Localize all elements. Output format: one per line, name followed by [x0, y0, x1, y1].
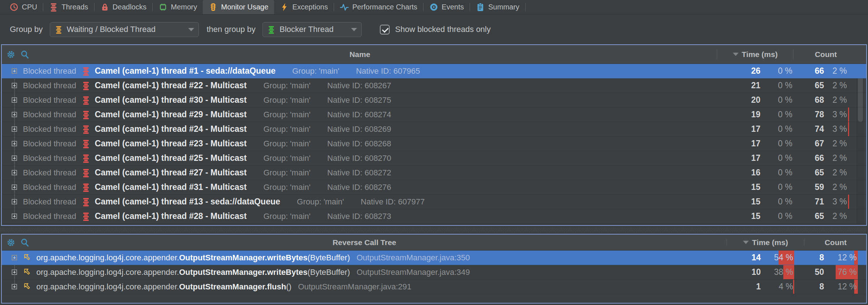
expand-plus-icon[interactable] [12, 199, 17, 204]
count-value: 8 [791, 251, 824, 265]
expand-plus-icon[interactable] [12, 284, 17, 289]
tab-label: Threads [61, 3, 88, 11]
call-tree-header: Reverse Call Tree Time (ms) Count [2, 235, 866, 251]
expand-plus-icon[interactable] [12, 255, 17, 260]
count-percent-bar [848, 107, 849, 122]
expand-plus-icon[interactable] [12, 126, 17, 132]
threads-icon [49, 3, 58, 12]
table-row[interactable]: Blocked thread Camel (camel-1) thread #2… [2, 137, 866, 151]
table-row[interactable]: Blocked thread Camel (camel-1) thread #2… [2, 122, 866, 137]
expand-plus-icon[interactable] [12, 155, 17, 161]
tab-exceptions[interactable]: Exceptions [274, 0, 334, 14]
expand-plus-icon[interactable] [12, 97, 17, 103]
thread-native-id: Native ID: 608272 [327, 168, 391, 178]
tab-monitor-usage[interactable]: Monitor Usage [203, 0, 274, 14]
time-percent: 54 % [760, 251, 793, 265]
thread-name: Camel (camel-1) thread #22 - Multicast [95, 81, 247, 90]
blocked-thread-prefix: Blocked thread [23, 168, 76, 178]
expand-plus-icon[interactable] [12, 184, 17, 190]
source-location: OutputStreamManager.java:349 [357, 268, 470, 277]
blocked-thread-icon [81, 154, 91, 163]
thread-name: Camel (camel-1) thread #29 - Multicast [95, 110, 247, 119]
tab-events[interactable]: Events [423, 0, 470, 14]
table-row[interactable]: Blocked thread Camel (camel-1) thread #3… [2, 180, 866, 195]
table-row[interactable]: Blocked thread Camel (camel-1) thread #2… [2, 107, 866, 122]
then-group-by-dropdown[interactable]: Blocker Thread [262, 22, 362, 37]
blocked-thread-prefix: Blocked thread [23, 197, 76, 207]
call-tree-row[interactable]: org.apache.logging.log4j.core.appender.O… [2, 265, 866, 280]
count-percent: 2 % [813, 64, 847, 78]
expand-plus-icon[interactable] [12, 141, 17, 146]
blocked-thread-icon [81, 95, 91, 105]
thread-name: Camel (camel-1) thread #28 - Multicast [95, 211, 247, 221]
thread-native-id: Native ID: 608276 [327, 183, 391, 192]
count-column-header[interactable]: Count [793, 45, 858, 64]
time-value: 19 [727, 107, 760, 122]
thread-name: Camel (camel-1) thread #23 - Multicast [95, 139, 247, 149]
time-percent: 0 % [759, 151, 792, 165]
thread-native-id: Native ID: 608268 [327, 139, 391, 149]
tab-threads[interactable]: Threads [43, 0, 94, 14]
tab-deadlocks[interactable]: Deadlocks [95, 0, 152, 14]
threads-panel: Name Time (ms) Count Blocked thread Came… [1, 44, 867, 226]
time-column-header[interactable]: Time (ms) [717, 45, 793, 64]
name-column-header[interactable]: Name [2, 50, 718, 59]
tab-cpu[interactable]: CPU [4, 0, 43, 14]
table-row[interactable]: Blocked thread Camel (camel-1) thread #3… [2, 93, 866, 107]
splitter-handle[interactable] [0, 226, 868, 234]
splitter-hatch [0, 228, 868, 232]
time-percent: 4 % [760, 280, 793, 294]
table-row[interactable]: Blocked thread Camel (camel-1) thread #2… [2, 151, 866, 166]
expand-plus-icon[interactable] [12, 269, 17, 275]
tab-label: CPU [22, 3, 37, 11]
table-row[interactable]: Blocked thread Camel (camel-1) thread #1… [2, 64, 866, 78]
thread-group: Group: 'main' [264, 110, 310, 119]
tab-performance-charts[interactable]: Performance Charts [334, 0, 423, 14]
table-row[interactable]: Blocked thread Camel (camel-1) thread #2… [2, 166, 866, 180]
time-percent: 0 % [759, 107, 792, 122]
then-group-by-label: then group by [207, 25, 256, 34]
call-tree-body: org.apache.logging.log4j.core.appender.O… [2, 251, 866, 303]
method-args: (ByteBuffer) [308, 253, 350, 263]
thread-group: Group: 'main' [264, 139, 310, 149]
blocked-thread-icon [81, 212, 91, 221]
tab-separator [525, 3, 526, 11]
time-percent: 38 % [760, 265, 793, 279]
expand-plus-icon[interactable] [12, 170, 17, 175]
thread-group: Group: 'main' [264, 125, 310, 134]
tab-memory[interactable]: Memory [153, 0, 203, 14]
time-percent: 0 % [759, 195, 792, 209]
expand-plus-icon[interactable] [12, 83, 17, 88]
call-tree-row[interactable]: org.apache.logging.log4j.core.appender.O… [2, 280, 866, 294]
table-row[interactable]: Blocked thread Camel (camel-1) thread #2… [2, 209, 866, 224]
count-percent: 2 % [813, 209, 847, 223]
thread-name: Camel (camel-1) thread #27 - Multicast [95, 168, 247, 178]
show-blocked-threads-checkbox[interactable] [380, 25, 390, 34]
tab-summary[interactable]: Summary [470, 0, 525, 14]
thread-group: Group: 'main' [264, 95, 310, 105]
blocked-thread-prefix: Blocked thread [23, 110, 76, 119]
source-location: OutputStreamManager.java:350 [357, 253, 470, 263]
tab-label: Memory [171, 3, 197, 11]
expand-plus-icon[interactable] [12, 68, 17, 74]
expand-plus-icon[interactable] [12, 214, 17, 219]
show-blocked-threads-label: Show blocked threads only [395, 25, 491, 34]
call-tree-row[interactable]: org.apache.logging.log4j.core.appender.O… [2, 251, 866, 265]
tab-label: Performance Charts [352, 3, 417, 11]
expand-plus-icon[interactable] [12, 112, 17, 117]
group-by-dropdown[interactable]: Waiting / Blocked Thread [50, 22, 199, 37]
method-name: OutputStreamManager.flush [179, 282, 286, 292]
method-package: org.apache.logging.log4j.core.appender. [36, 268, 179, 277]
call-tree-title[interactable]: Reverse Call Tree [2, 238, 727, 247]
method-package: org.apache.logging.log4j.core.appender. [36, 282, 179, 292]
time-column-header[interactable]: Time (ms) [727, 235, 804, 250]
table-row[interactable]: Blocked thread Camel (camel-1) thread #2… [2, 78, 866, 93]
sort-descending-icon [743, 241, 749, 244]
count-column-header[interactable]: Count [804, 235, 867, 250]
clipboard-icon [476, 3, 485, 12]
count-percent: 3 % [813, 107, 847, 122]
group-by-toolbar: Group by Waiting / Blocked Thread then g… [0, 15, 868, 44]
thread-native-id: Native ID: 608273 [327, 212, 391, 221]
table-row[interactable]: Blocked thread Camel (camel-1) thread #1… [2, 195, 866, 209]
blocked-thread-prefix: Blocked thread [23, 139, 76, 149]
